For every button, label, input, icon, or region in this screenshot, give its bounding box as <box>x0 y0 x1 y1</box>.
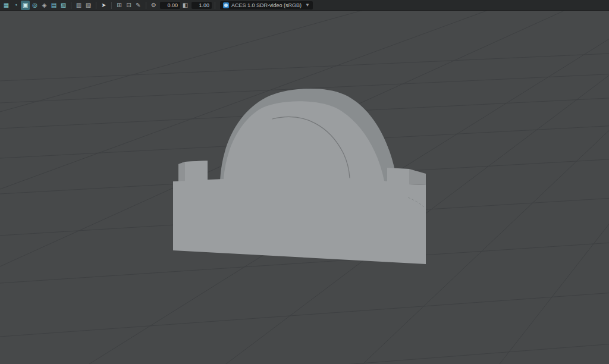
snap-to-points-icon[interactable]: ▣ <box>21 1 30 10</box>
gear-icon: ⚙ <box>149 1 158 10</box>
inputs-to-selected-icon[interactable]: ▥ <box>74 1 83 10</box>
status-line-toolbar: ▦ ◔ ▣ ◎ ◈ ▤ ▧ ▥ ▨ ➤ ⊞ ⊟ ✎ ⚙ 0.00 ◧ 1.00 … <box>0 0 609 11</box>
color-management-icon <box>223 2 229 8</box>
numeric-field-1[interactable]: 1.00 <box>192 2 212 9</box>
toolbar-divider <box>215 2 215 9</box>
make-live-icon[interactable]: ◈ <box>40 1 49 10</box>
edit-icon-group: ⊞ ⊟ ✎ <box>115 1 143 10</box>
mesh-left-block-side-face <box>178 162 185 183</box>
snap-to-view-planes-icon[interactable]: ▤ <box>49 1 58 10</box>
outputs-from-selected-icon[interactable]: ▨ <box>84 1 93 10</box>
duplicate-icon[interactable]: ⊞ <box>115 1 124 10</box>
chevron-down-icon[interactable]: ▼ <box>305 2 310 8</box>
colorspace-dropdown[interactable]: ACES 1.0 SDR-video (sRGB) ▼ <box>220 1 313 10</box>
snap-to-grid-icon[interactable]: ▦ <box>2 1 11 10</box>
numeric-field-0[interactable]: 0.00 <box>160 2 180 9</box>
snap-to-projected-center-icon[interactable]: ◎ <box>30 1 39 10</box>
toolbar-divider <box>111 2 112 9</box>
viewport-3d[interactable] <box>0 11 609 364</box>
snap-together-icon[interactable]: ▧ <box>59 1 68 10</box>
snap-to-curves-icon[interactable]: ◔ <box>11 1 20 10</box>
toolbar-divider <box>96 2 96 9</box>
paste-icon[interactable]: ⊟ <box>124 1 133 10</box>
tool-icon-group: ➤ <box>99 1 108 10</box>
colorspace-label: ACES 1.0 SDR-video (sRGB) <box>231 2 302 8</box>
snap-icon-group: ▦ ◔ ▣ ◎ ◈ ▤ ▧ <box>2 1 68 10</box>
history-icon-group: ▥ ▨ <box>74 1 93 10</box>
toggle-icon: ◧ <box>181 1 190 10</box>
scene-canvas[interactable] <box>0 11 609 364</box>
select-tool-icon[interactable]: ➤ <box>99 1 108 10</box>
edit-icon[interactable]: ✎ <box>134 1 143 10</box>
toolbar-divider <box>146 2 146 9</box>
toolbar-divider <box>71 2 71 9</box>
